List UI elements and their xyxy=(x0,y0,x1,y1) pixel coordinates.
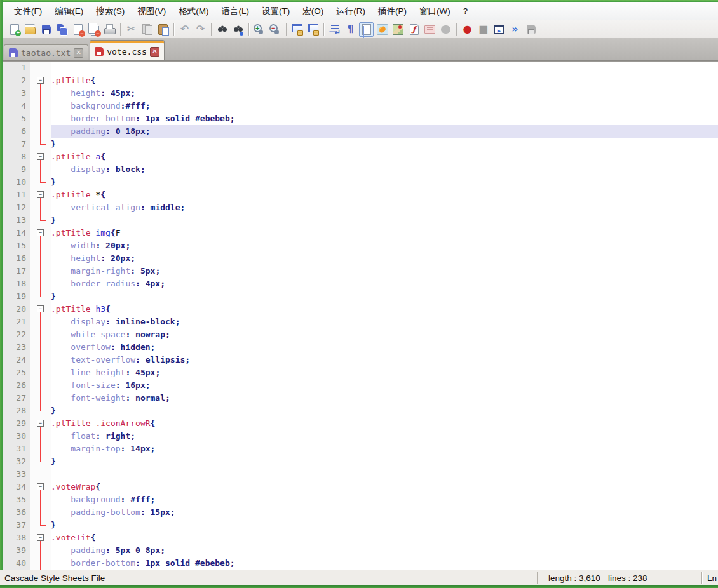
code-text[interactable]: padding: 0 18px; xyxy=(51,125,718,138)
code-text[interactable]: display: inline-block; xyxy=(51,316,718,328)
save-all-icon[interactable] xyxy=(55,22,69,37)
code-text[interactable]: padding-bottom: 15px; xyxy=(51,506,718,519)
code-text[interactable]: float: right; xyxy=(51,430,718,443)
fold-collapse-icon[interactable]: − xyxy=(30,74,51,87)
fold-minus-box-icon[interactable]: − xyxy=(37,229,44,236)
record-macro-icon[interactable]: ● xyxy=(460,22,475,37)
code-text[interactable]: font-weight: normal; xyxy=(51,392,718,404)
new-file-icon[interactable] xyxy=(7,22,22,37)
fold-collapse-icon[interactable]: − xyxy=(30,531,51,544)
print-icon[interactable] xyxy=(102,22,117,37)
menu-item-0[interactable]: 文件(F) xyxy=(8,3,48,20)
paste-icon[interactable] xyxy=(156,22,170,37)
fold-minus-box-icon[interactable]: − xyxy=(37,305,44,312)
copy-icon[interactable] xyxy=(140,22,154,37)
fold-collapse-icon[interactable]: − xyxy=(30,481,51,493)
code-text[interactable]: .ptTitle h3{ xyxy=(51,303,718,316)
code-text[interactable]: .ptTitle *{ xyxy=(51,189,718,201)
code-text[interactable]: background:#fff; xyxy=(51,100,718,112)
user-define-dialog-icon[interactable] xyxy=(375,22,389,37)
tab-close-icon[interactable]: ✕ xyxy=(150,47,159,57)
code-text[interactable]: .ptTitle{ xyxy=(51,74,718,87)
code-text[interactable]: white-space: nowrap; xyxy=(51,328,718,341)
code-text[interactable]: padding: 5px 0 8px; xyxy=(51,544,718,557)
code-text[interactable]: line-height: 45px; xyxy=(51,366,718,379)
run-macro-multiple-icon[interactable]: » xyxy=(508,22,522,37)
code-text[interactable]: font-size: 16px; xyxy=(51,379,718,392)
code-text[interactable]: text-overflow: ellipsis; xyxy=(51,354,718,366)
menu-item-5[interactable]: 语言(L) xyxy=(215,3,256,20)
code-text[interactable]: } xyxy=(51,455,718,468)
code-editor[interactable]: 12−.ptTitle{3 height: 45px;4 background:… xyxy=(3,61,718,570)
code-text[interactable]: } xyxy=(51,138,718,150)
menu-item-9[interactable]: 插件(P) xyxy=(372,3,413,20)
fold-collapse-icon[interactable]: − xyxy=(30,303,51,316)
open-file-icon[interactable] xyxy=(23,22,37,37)
monitoring-icon[interactable] xyxy=(438,22,453,37)
code-text[interactable]: } xyxy=(51,214,718,227)
code-text[interactable]: margin-top: 14px; xyxy=(51,443,718,455)
code-text[interactable]: background: #fff; xyxy=(51,493,718,506)
code-text[interactable] xyxy=(51,62,718,74)
document-map-icon[interactable] xyxy=(391,22,405,37)
playback-macro-icon[interactable] xyxy=(492,22,506,37)
close-all-icon[interactable] xyxy=(86,22,101,37)
replace-icon[interactable] xyxy=(231,22,245,37)
fold-collapse-icon[interactable]: − xyxy=(30,150,51,163)
fold-minus-box-icon[interactable]: − xyxy=(37,77,44,84)
stop-macro-icon[interactable]: ■ xyxy=(476,22,491,37)
fold-collapse-icon[interactable]: − xyxy=(30,417,51,430)
fold-minus-box-icon[interactable]: − xyxy=(37,483,44,490)
sync-vertical-scroll-icon[interactable] xyxy=(290,22,304,37)
fold-minus-box-icon[interactable]: − xyxy=(37,420,44,427)
save-macro-icon[interactable] xyxy=(524,22,538,37)
fold-minus-box-icon[interactable]: − xyxy=(37,191,44,198)
code-text[interactable]: height: 20px; xyxy=(51,252,718,265)
show-indent-guide-icon[interactable] xyxy=(359,22,374,37)
fold-minus-box-icon[interactable]: − xyxy=(37,153,44,160)
menu-item-6[interactable]: 设置(T) xyxy=(255,3,296,20)
fold-minus-box-icon[interactable]: − xyxy=(37,534,44,541)
zoom-out-icon[interactable] xyxy=(268,22,283,37)
code-text[interactable]: } xyxy=(51,290,718,303)
menu-item-3[interactable]: 视图(V) xyxy=(131,3,172,20)
function-list-icon[interactable] xyxy=(407,22,421,37)
code-text[interactable]: } xyxy=(51,519,718,531)
menu-item-7[interactable]: 宏(O) xyxy=(296,3,330,20)
tab-taotao-txt[interactable]: taotao.txt✕ xyxy=(4,44,88,60)
code-text[interactable]: border-bottom: 1px solid #ebebeb; xyxy=(51,557,718,570)
code-text[interactable] xyxy=(51,468,718,481)
fold-collapse-icon[interactable]: − xyxy=(30,227,51,239)
code-text[interactable]: .voteWrap{ xyxy=(51,481,718,493)
code-text[interactable]: border-radius: 4px; xyxy=(51,277,718,290)
code-text[interactable]: height: 45px; xyxy=(51,87,718,100)
save-icon[interactable] xyxy=(39,22,53,37)
fold-collapse-icon[interactable]: − xyxy=(30,189,51,201)
menu-item-11[interactable]: ? xyxy=(457,4,475,18)
menu-item-8[interactable]: 运行(R) xyxy=(330,3,372,20)
code-text[interactable]: .voteTit{ xyxy=(51,531,718,544)
code-text[interactable]: width: 20px; xyxy=(51,239,718,252)
code-text[interactable]: .ptTitle img{F xyxy=(51,227,718,239)
menu-item-4[interactable]: 格式(M) xyxy=(172,3,215,20)
menu-item-1[interactable]: 编辑(E) xyxy=(48,3,90,20)
code-text[interactable]: .ptTitle .iconArrowR{ xyxy=(51,417,718,430)
code-text[interactable]: margin-right: 5px; xyxy=(51,265,718,277)
code-text[interactable]: overflow: hidden; xyxy=(51,341,718,354)
code-text[interactable]: } xyxy=(51,176,718,189)
code-text[interactable]: display: block; xyxy=(51,163,718,176)
menu-item-10[interactable]: 窗口(W) xyxy=(413,3,457,20)
find-icon[interactable] xyxy=(215,22,229,37)
doc-switcher-icon[interactable] xyxy=(423,22,437,37)
undo-icon[interactable]: ↶ xyxy=(177,22,192,37)
tab-vote-css[interactable]: vote.css✕ xyxy=(90,40,165,60)
redo-icon[interactable]: ↷ xyxy=(193,22,208,37)
show-all-characters-icon[interactable]: ¶ xyxy=(343,22,358,37)
cut-icon[interactable]: ✂ xyxy=(124,22,139,37)
code-text[interactable]: } xyxy=(51,404,718,417)
sync-horizontal-scroll-icon[interactable] xyxy=(306,22,320,37)
menu-item-2[interactable]: 搜索(S) xyxy=(90,3,131,20)
code-text[interactable]: border-bottom: 1px solid #ebebeb; xyxy=(51,112,718,125)
zoom-in-icon[interactable] xyxy=(252,22,267,37)
word-wrap-icon[interactable] xyxy=(327,22,342,37)
